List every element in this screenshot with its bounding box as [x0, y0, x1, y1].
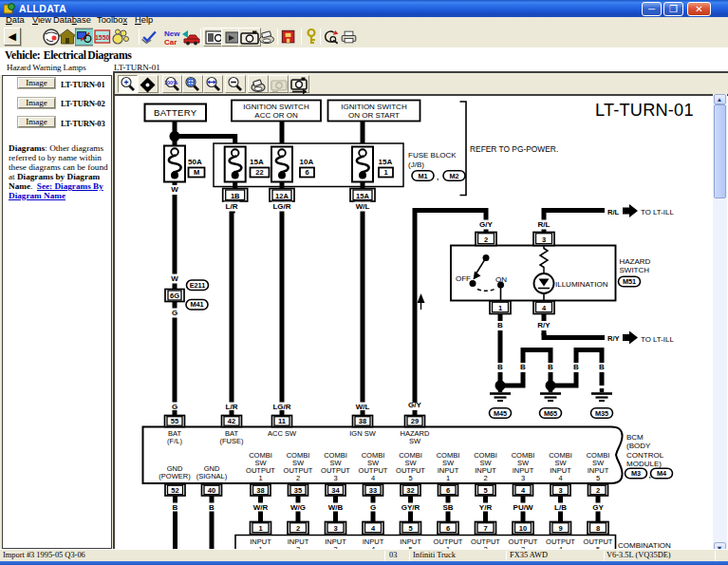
- svg-text:SWITCH: SWITCH: [620, 266, 650, 274]
- svg-text:52: 52: [171, 486, 178, 495]
- svg-text:55: 55: [171, 417, 178, 425]
- svg-text:15A: 15A: [379, 158, 393, 166]
- svg-text:New: New: [164, 29, 180, 38]
- svg-text:(BODY: (BODY: [626, 442, 651, 450]
- svg-text:10: 10: [519, 524, 527, 533]
- svg-text:3: 3: [521, 474, 525, 482]
- svg-text:1: 1: [446, 474, 450, 482]
- svg-text:E211: E211: [190, 281, 206, 290]
- svg-text:Y/R: Y/R: [479, 503, 493, 512]
- svg-text:6: 6: [305, 168, 308, 177]
- svg-text:42: 42: [228, 417, 235, 425]
- svg-text:OFF: OFF: [456, 274, 471, 283]
- svg-text:W/L: W/L: [356, 202, 370, 211]
- svg-text:BATTERY: BATTERY: [154, 107, 197, 118]
- svg-text:BCM: BCM: [626, 433, 644, 442]
- svg-text:LT-TURN-01: LT-TURN-01: [595, 101, 694, 120]
- svg-text:11: 11: [278, 417, 286, 425]
- svg-text:B: B: [520, 363, 526, 371]
- svg-text:W: W: [171, 185, 178, 194]
- svg-text:2: 2: [296, 524, 300, 533]
- svg-text:ILLUMINATION: ILLUMINATION: [555, 280, 608, 289]
- svg-text:M4: M4: [657, 469, 667, 478]
- svg-text:R/L: R/L: [607, 208, 620, 217]
- svg-text:G: G: [172, 403, 177, 411]
- svg-text:6G: 6G: [170, 292, 179, 300]
- svg-text:B: B: [497, 321, 503, 330]
- svg-text:(F/L): (F/L): [167, 437, 182, 445]
- svg-text:2: 2: [296, 474, 300, 482]
- svg-text:TO LT-ILL: TO LT-ILL: [641, 335, 674, 344]
- svg-text:SW: SW: [409, 437, 421, 445]
- svg-text:W/R: W/R: [253, 503, 269, 512]
- svg-text:CONTROL: CONTROL: [626, 451, 664, 460]
- svg-text:+: +: [123, 78, 128, 87]
- svg-text:9: 9: [558, 524, 562, 533]
- svg-text:38: 38: [256, 486, 264, 495]
- svg-text:LG/R: LG/R: [272, 202, 290, 211]
- svg-text:ON OR START: ON OR START: [348, 111, 400, 120]
- svg-text:5: 5: [596, 474, 600, 482]
- svg-text:4: 4: [371, 474, 375, 482]
- svg-text:ON: ON: [495, 275, 507, 284]
- svg-text:L/B: L/B: [554, 503, 567, 512]
- svg-text:(POWER): (POWER): [159, 472, 191, 480]
- svg-text:W/L: W/L: [356, 403, 370, 411]
- svg-text:50A: 50A: [188, 158, 202, 166]
- svg-text:B: B: [599, 363, 605, 371]
- svg-text:M41: M41: [190, 300, 203, 309]
- svg-text:GY: GY: [592, 503, 604, 512]
- svg-text:IGNITION SWITCH: IGNITION SWITCH: [341, 103, 407, 111]
- svg-text:34: 34: [331, 486, 340, 495]
- svg-text:2: 2: [483, 474, 487, 482]
- svg-text:W/B: W/B: [328, 503, 344, 512]
- svg-text:ACC SW: ACC SW: [268, 429, 297, 438]
- svg-text:35: 35: [294, 486, 302, 495]
- svg-text:29: 29: [411, 417, 419, 425]
- svg-text:1B: 1B: [231, 192, 240, 200]
- svg-text:33: 33: [369, 486, 377, 495]
- svg-text:B: B: [173, 503, 178, 512]
- svg-text:(J/B): (J/B): [408, 160, 424, 169]
- svg-text:FUSE BLOCK: FUSE BLOCK: [408, 151, 457, 160]
- svg-text:B: B: [573, 363, 579, 371]
- svg-text:L/R: L/R: [226, 403, 238, 411]
- svg-text:M2: M2: [449, 172, 458, 180]
- svg-text:ACC OR ON: ACC OR ON: [254, 111, 298, 120]
- svg-text:W: W: [171, 274, 178, 283]
- svg-text:G: G: [370, 503, 376, 512]
- svg-text:R/Y: R/Y: [607, 334, 620, 343]
- svg-text:IGNITION SWITCH: IGNITION SWITCH: [243, 103, 309, 111]
- svg-text:B: B: [209, 503, 215, 512]
- svg-text:,: ,: [437, 173, 439, 181]
- svg-text:M45: M45: [494, 409, 507, 418]
- svg-text:6: 6: [446, 524, 450, 533]
- svg-text:G: G: [172, 309, 177, 317]
- svg-text:TO LT-ILL: TO LT-ILL: [641, 208, 674, 217]
- svg-text:(SIGNAL): (SIGNAL): [196, 472, 228, 480]
- svg-text:22: 22: [255, 168, 263, 177]
- svg-text:L/R: L/R: [226, 202, 238, 211]
- svg-text:4: 4: [558, 474, 562, 482]
- svg-text:3: 3: [333, 474, 337, 482]
- svg-text:R/L: R/L: [538, 220, 551, 229]
- svg-text:B: B: [497, 363, 503, 371]
- svg-text:15A: 15A: [250, 158, 264, 166]
- svg-text:PU/W: PU/W: [513, 503, 533, 512]
- svg-text:M35: M35: [595, 409, 608, 418]
- svg-text:REFER TO PG-POWER.: REFER TO PG-POWER.: [470, 144, 558, 154]
- svg-text:3: 3: [542, 235, 546, 244]
- svg-text:GY/R: GY/R: [401, 503, 420, 512]
- svg-text:32: 32: [406, 486, 414, 495]
- svg-text:1: 1: [258, 524, 262, 533]
- svg-text:(FUSE): (FUSE): [220, 437, 245, 445]
- svg-text:LG/R: LG/R: [272, 403, 290, 411]
- svg-text:12A: 12A: [275, 192, 289, 200]
- svg-text:SB: SB: [442, 503, 453, 512]
- svg-text:3: 3: [558, 486, 562, 495]
- svg-text:R/Y: R/Y: [537, 321, 551, 330]
- svg-text:G/Y: G/Y: [479, 220, 493, 229]
- svg-text:1: 1: [498, 304, 502, 312]
- svg-text:M51: M51: [623, 277, 636, 286]
- svg-text:M3: M3: [631, 469, 641, 478]
